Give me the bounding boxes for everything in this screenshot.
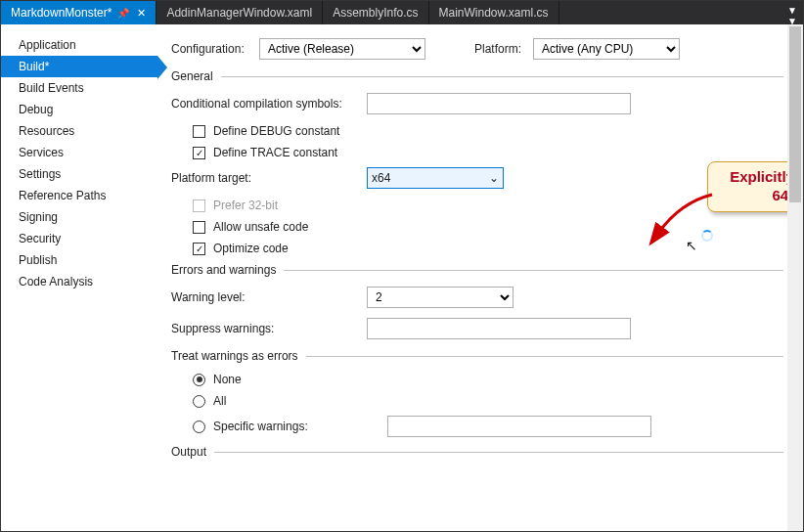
document-tabbar: MarkdownMonster* 📌 ✕ AddinManagerWindow.… bbox=[1, 1, 803, 24]
tab-label: AddinManagerWindow.xaml bbox=[166, 6, 312, 20]
radio-icon bbox=[193, 395, 205, 408]
sidebar-item-security[interactable]: Security bbox=[1, 228, 157, 249]
tab-label: MarkdownMonster* bbox=[11, 6, 112, 20]
prefer-32bit-row: Prefer 32-bit bbox=[193, 199, 783, 212]
busy-spinner-icon bbox=[701, 230, 713, 242]
close-icon[interactable]: ✕ bbox=[137, 7, 146, 20]
sidebar-item-buildevents[interactable]: Build Events bbox=[1, 77, 157, 99]
sidebar-item-codeanalysis[interactable]: Code Analysis bbox=[1, 271, 157, 292]
tab-label: MainWindow.xaml.cs bbox=[439, 6, 549, 20]
checkbox-icon bbox=[193, 200, 205, 212]
cond-symbols-input[interactable] bbox=[367, 93, 631, 114]
warn-level-label: Warning level: bbox=[171, 290, 367, 304]
overflow-icon[interactable]: ▼▼ bbox=[787, 5, 797, 26]
configuration-select[interactable]: Active (Release) bbox=[259, 38, 425, 60]
checkbox-label: Prefer 32-bit bbox=[213, 199, 278, 212]
optimize-row[interactable]: Optimize code bbox=[193, 242, 783, 255]
tab-mainwindow[interactable]: MainWindow.xaml.cs bbox=[429, 1, 559, 24]
section-treat: Treat warnings as errors bbox=[171, 349, 298, 363]
allow-unsafe-row[interactable]: Allow unsafe code bbox=[193, 220, 783, 234]
sidebar-item-refpaths[interactable]: Reference Paths bbox=[1, 185, 157, 206]
checkbox-icon bbox=[193, 243, 205, 255]
configuration-label: Configuration: bbox=[171, 42, 259, 56]
section-errors: Errors and warnings bbox=[171, 263, 276, 277]
specific-warnings-input[interactable] bbox=[387, 416, 651, 437]
platform-target-select[interactable]: x64 ⌄ bbox=[367, 167, 504, 189]
radio-label: All bbox=[213, 394, 226, 408]
platform-select[interactable]: Active (Any CPU) bbox=[533, 38, 680, 60]
platform-label: Platform: bbox=[474, 42, 533, 56]
cond-symbols-label: Conditional compilation symbols: bbox=[171, 97, 367, 111]
vertical-scrollbar[interactable] bbox=[787, 24, 803, 531]
pin-icon[interactable]: 📌 bbox=[117, 8, 129, 19]
tab-addinmanager[interactable]: AddinManagerWindow.xaml bbox=[156, 1, 323, 24]
checkbox-label: Define TRACE constant bbox=[213, 146, 337, 159]
sidebar-item-services[interactable]: Services bbox=[1, 142, 157, 163]
tab-assemblyinfo[interactable]: AssemblyInfo.cs bbox=[323, 1, 428, 24]
warn-level-select[interactable]: 2 bbox=[367, 287, 514, 308]
tab-markdownmonster[interactable]: MarkdownMonster* 📌 ✕ bbox=[1, 1, 156, 24]
sidebar-item-application[interactable]: Application bbox=[1, 34, 157, 56]
radio-label: Specific warnings: bbox=[213, 420, 387, 433]
sidebar-item-signing[interactable]: Signing bbox=[1, 206, 157, 228]
checkbox-label: Define DEBUG constant bbox=[213, 124, 339, 138]
checkbox-icon bbox=[193, 147, 205, 159]
define-debug-row[interactable]: Define DEBUG constant bbox=[193, 124, 783, 138]
treat-all-radio[interactable]: All bbox=[193, 394, 783, 408]
checkbox-icon bbox=[193, 125, 205, 138]
checkbox-label: Allow unsafe code bbox=[213, 220, 308, 234]
sidebar-item-resources[interactable]: Resources bbox=[1, 120, 157, 142]
platform-target-label: Platform target: bbox=[171, 171, 367, 185]
project-sidebar: Application Build* Build Events Debug Re… bbox=[1, 24, 157, 531]
tab-label: AssemblyInfo.cs bbox=[333, 6, 418, 20]
suppress-input[interactable] bbox=[367, 318, 631, 339]
section-output: Output bbox=[171, 445, 206, 459]
radio-icon bbox=[193, 374, 205, 386]
checkbox-icon bbox=[193, 221, 205, 234]
chevron-down-icon: ⌄ bbox=[489, 171, 499, 185]
treat-none-radio[interactable]: None bbox=[193, 373, 783, 386]
select-value: x64 bbox=[372, 171, 390, 185]
build-settings-panel: Configuration: Active (Release) Platform… bbox=[157, 24, 803, 531]
sidebar-item-build[interactable]: Build* bbox=[1, 56, 157, 77]
section-general: General bbox=[171, 69, 213, 83]
checkbox-label: Optimize code bbox=[213, 242, 289, 255]
sidebar-item-publish[interactable]: Publish bbox=[1, 249, 157, 271]
treat-specific-radio[interactable]: Specific warnings: bbox=[193, 416, 783, 437]
scrollbar-thumb[interactable] bbox=[789, 26, 801, 202]
define-trace-row[interactable]: Define TRACE constant bbox=[193, 146, 783, 159]
suppress-label: Suppress warnings: bbox=[171, 322, 367, 335]
sidebar-item-debug[interactable]: Debug bbox=[1, 99, 157, 120]
radio-label: None bbox=[213, 373, 242, 386]
radio-icon bbox=[193, 421, 205, 433]
sidebar-item-settings[interactable]: Settings bbox=[1, 163, 157, 185]
